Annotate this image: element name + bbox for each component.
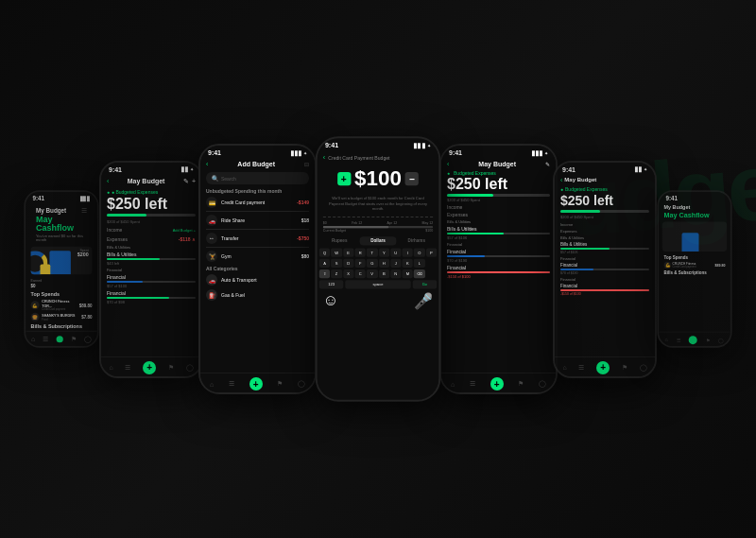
currency-dirhams[interactable]: Dirhams bbox=[398, 236, 435, 245]
fab-button[interactable] bbox=[57, 336, 63, 342]
trophy-icon-2[interactable]: ⚑ bbox=[168, 364, 174, 372]
key-a[interactable]: A bbox=[319, 259, 331, 268]
item-fin-6[interactable]: Financial $70 of $190 bbox=[555, 262, 655, 276]
key-z[interactable]: Z bbox=[331, 269, 342, 278]
slider-track[interactable] bbox=[323, 226, 433, 228]
fab-3[interactable]: + bbox=[249, 377, 263, 390]
back-button-5[interactable]: ‹ bbox=[447, 161, 449, 167]
key-u[interactable]: U bbox=[390, 248, 402, 256]
budget-item-5-2[interactable]: Financial $70 of $190 bbox=[441, 248, 556, 264]
key-d[interactable]: D bbox=[343, 259, 354, 268]
fab-5[interactable]: + bbox=[490, 377, 504, 390]
person-icon-3[interactable]: ◯ bbox=[298, 380, 305, 388]
list-icon-3[interactable]: ☰ bbox=[229, 380, 234, 388]
edit-icon-5[interactable]: ✎ bbox=[545, 161, 550, 167]
currency-dollars[interactable]: Dollars bbox=[360, 236, 397, 245]
budget-item-5-1[interactable]: Bills & Utilities $57 of $106 bbox=[441, 225, 556, 241]
key-m[interactable]: M bbox=[403, 269, 414, 278]
back-button-3[interactable]: ‹ bbox=[206, 161, 208, 167]
plus-button[interactable]: + bbox=[337, 172, 351, 185]
search-bar-3[interactable]: 🔍 Search bbox=[206, 172, 309, 184]
key-123[interactable]: 123 bbox=[319, 280, 344, 288]
budget-row-2[interactable]: 🚗 Ride Share $18 bbox=[200, 213, 315, 228]
trophy-icon[interactable]: ⚑ bbox=[71, 335, 77, 342]
key-shift[interactable]: ⇧ bbox=[319, 269, 331, 278]
key-p[interactable]: P bbox=[426, 248, 438, 256]
back-6[interactable]: ‹ bbox=[560, 177, 562, 183]
back-button-2[interactable]: ‹ bbox=[107, 178, 109, 184]
item-bills-6[interactable]: Bills & Utilities $57 of $106 bbox=[555, 241, 655, 255]
key-l[interactable]: L bbox=[414, 259, 425, 268]
home-icon-6[interactable]: ⌂ bbox=[562, 364, 566, 371]
home-icon-3[interactable]: ⌂ bbox=[210, 381, 214, 388]
budget-item-3[interactable]: Financial $70 of $98 bbox=[101, 289, 201, 305]
budget-row-4[interactable]: 🏋 Gym $80 bbox=[200, 249, 315, 264]
list-icon-6[interactable]: ☰ bbox=[578, 364, 584, 372]
person-icon-2[interactable]: ◯ bbox=[186, 364, 194, 372]
fab-2[interactable]: + bbox=[143, 361, 156, 374]
list-icon-7[interactable]: ☰ bbox=[677, 338, 681, 343]
key-q[interactable]: Q bbox=[319, 248, 331, 256]
key-i[interactable]: I bbox=[403, 248, 414, 256]
trophy-icon-5[interactable]: ⚑ bbox=[518, 380, 524, 388]
item-fin2-6[interactable]: Financial -$150 of $100 bbox=[555, 283, 655, 297]
key-n[interactable]: N bbox=[390, 269, 402, 278]
home-icon-7[interactable]: ⌂ bbox=[664, 338, 667, 342]
cat-row-2[interactable]: ⛽ Gas & Fuel bbox=[200, 287, 315, 303]
key-e[interactable]: E bbox=[343, 248, 354, 256]
key-x[interactable]: X bbox=[343, 269, 354, 278]
person-icon[interactable]: ◯ bbox=[84, 335, 92, 342]
key-o[interactable]: O bbox=[414, 248, 425, 256]
cat-row-1[interactable]: 🚗 Auto & Transport bbox=[200, 272, 315, 287]
menu-icon[interactable]: ☰ bbox=[81, 206, 87, 214]
list-icon-2[interactable]: ☰ bbox=[125, 364, 130, 372]
budget-row-1[interactable]: 💳 Credit Card payment -$149 bbox=[200, 195, 315, 210]
back-button-4[interactable]: ‹ bbox=[323, 154, 325, 161]
key-j[interactable]: J bbox=[390, 259, 402, 268]
key-space[interactable]: space bbox=[346, 280, 411, 288]
add-budget-btn[interactable]: Add Budget + bbox=[173, 228, 196, 233]
key-k[interactable]: K bbox=[403, 259, 414, 268]
person-icon-5[interactable]: ◯ bbox=[539, 380, 546, 388]
key-v[interactable]: V bbox=[367, 269, 378, 278]
currency-rupees[interactable]: Rupees bbox=[321, 236, 358, 245]
key-r[interactable]: R bbox=[354, 248, 366, 256]
budget-item-2[interactable]: Financial $57 of $100 bbox=[101, 273, 201, 289]
budget-item-1[interactable]: Bills & Utilities $43 left bbox=[101, 251, 201, 267]
item-detail-3: $70 of $98 bbox=[107, 300, 196, 304]
key-h[interactable]: H bbox=[379, 259, 390, 268]
budget-row-3[interactable]: ↔ Transfer -$750 bbox=[200, 231, 315, 246]
key-w[interactable]: W bbox=[331, 248, 342, 256]
home-icon-2[interactable]: ⌂ bbox=[109, 364, 112, 371]
key-c[interactable]: C bbox=[354, 269, 366, 278]
trophy-icon-3[interactable]: ⚑ bbox=[277, 380, 283, 388]
list-icon-5[interactable]: ☰ bbox=[470, 380, 475, 388]
spend-item-2: 🍔 SHANKY'S BURGRS Food $7.80 bbox=[26, 312, 97, 322]
list-icon[interactable]: ☰ bbox=[43, 335, 48, 342]
key-b[interactable]: B bbox=[379, 269, 390, 278]
person-icon-7[interactable]: ◯ bbox=[718, 338, 724, 343]
mic-icon[interactable]: 🎤 bbox=[414, 291, 433, 309]
key-go[interactable]: Go bbox=[413, 280, 438, 288]
fab-7[interactable] bbox=[689, 336, 697, 344]
fab-6[interactable]: + bbox=[596, 361, 610, 374]
emoji-icon[interactable]: ☺ bbox=[323, 291, 339, 309]
home-icon[interactable]: ⌂ bbox=[31, 335, 35, 342]
add-icon-2[interactable]: + bbox=[192, 178, 196, 185]
trophy-icon-7[interactable]: ⚑ bbox=[706, 338, 711, 343]
person-icon-6[interactable]: ◯ bbox=[640, 364, 647, 372]
minus-button[interactable]: − bbox=[405, 172, 419, 185]
trophy-icon-6[interactable]: ⚑ bbox=[622, 364, 627, 372]
key-s[interactable]: S bbox=[331, 259, 342, 268]
budget-item-5-3[interactable]: Financial -$150 of $100 bbox=[441, 264, 556, 280]
filter-icon[interactable]: ⊟ bbox=[304, 161, 309, 167]
key-t[interactable]: T bbox=[367, 248, 378, 256]
key-delete[interactable]: ⌫ bbox=[414, 269, 425, 278]
home-icon-5[interactable]: ⌂ bbox=[451, 381, 455, 388]
edit-icon[interactable]: ✎ bbox=[183, 178, 189, 185]
cat-label-bills: Bills & Utilities bbox=[101, 244, 201, 251]
key-f[interactable]: F bbox=[354, 259, 366, 268]
key-y[interactable]: Y bbox=[379, 248, 390, 256]
key-g[interactable]: G bbox=[367, 259, 378, 268]
time-5: 9:41 bbox=[449, 149, 462, 156]
